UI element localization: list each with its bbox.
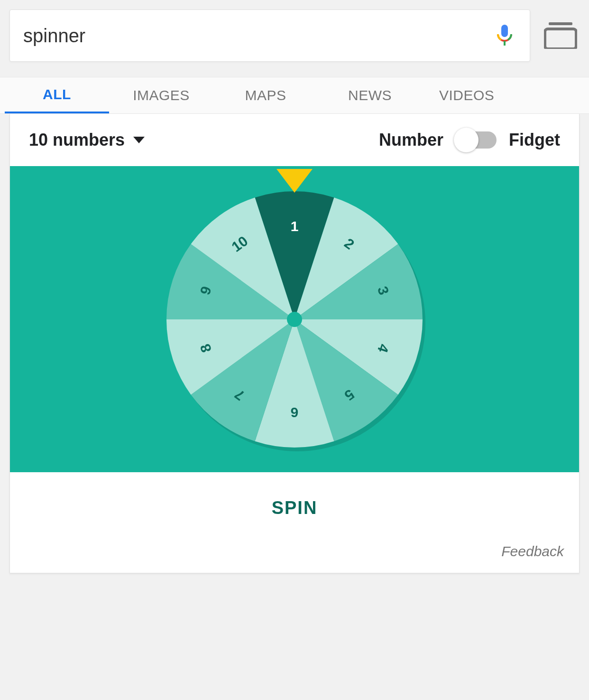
- svg-rect-3: [545, 29, 576, 49]
- feedback-link[interactable]: Feedback: [501, 543, 564, 560]
- tab-maps[interactable]: MAPS: [213, 77, 318, 114]
- cards-overview-icon[interactable]: [542, 19, 580, 52]
- spinner-wheel[interactable]: 12345678910: [162, 187, 427, 452]
- mode-toggle[interactable]: [456, 131, 497, 149]
- spin-button[interactable]: SPIN: [272, 498, 318, 518]
- wheel-hub: [287, 312, 302, 327]
- toggle-label-number: Number: [379, 130, 443, 150]
- spinner-card: 10 numbers Number Fidget 12345678910 SPI…: [9, 114, 580, 573]
- tab-images[interactable]: IMAGES: [109, 77, 213, 114]
- tab-news[interactable]: NEWS: [318, 77, 422, 114]
- toggle-label-fidget: Fidget: [509, 130, 560, 150]
- chevron-down-icon: [133, 137, 145, 143]
- search-box[interactable]: [9, 9, 530, 62]
- mic-icon[interactable]: [493, 24, 516, 47]
- wheel-area: 12345678910: [10, 166, 579, 472]
- tab-videos[interactable]: VIDEOS: [422, 77, 494, 114]
- wheel-segment-label: 1: [291, 218, 299, 233]
- segment-count-label: 10 numbers: [29, 130, 125, 150]
- search-tabs: ALL IMAGES MAPS NEWS VIDEOS: [0, 77, 589, 114]
- svg-rect-2: [549, 22, 572, 25]
- wheel-segment-label: 6: [291, 405, 299, 420]
- mode-toggle-group: Number Fidget: [379, 130, 560, 150]
- search-input[interactable]: [23, 25, 493, 47]
- tab-all[interactable]: ALL: [5, 77, 109, 114]
- svg-rect-0: [501, 25, 508, 37]
- segment-count-dropdown[interactable]: 10 numbers: [29, 130, 145, 150]
- toggle-knob: [454, 128, 479, 152]
- wheel-pointer-icon: [276, 169, 313, 193]
- spinner-toolbar: 10 numbers Number Fidget: [10, 114, 579, 166]
